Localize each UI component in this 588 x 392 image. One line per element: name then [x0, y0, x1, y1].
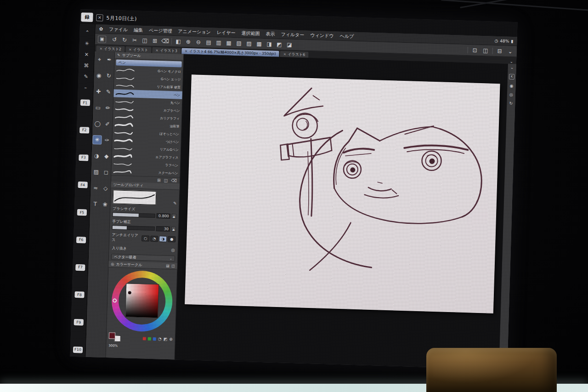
antialias-none-button[interactable]: ○	[141, 235, 149, 241]
rotate-tool[interactable]: ↻	[105, 72, 113, 80]
antialias-strong-button[interactable]: ●	[168, 236, 175, 242]
text-tool[interactable]: T	[91, 200, 100, 209]
quick-access-box[interactable]: K	[509, 74, 514, 80]
menu-layer[interactable]: レイヤー	[217, 29, 236, 36]
menu-help[interactable]: ヘルプ	[339, 33, 354, 40]
collapse-toolbar-button[interactable]: ⌄	[506, 48, 514, 54]
close-tab-icon[interactable]: ×	[155, 48, 158, 52]
blend-tool[interactable]: ◑	[92, 152, 101, 160]
stabilization-slider[interactable]	[112, 225, 155, 231]
search-icon[interactable]: ◎	[509, 92, 513, 97]
function-key[interactable]: F5	[77, 209, 87, 216]
new-layer-button[interactable]: ◨	[266, 40, 273, 47]
menu-page[interactable]: ページ管理	[149, 27, 172, 34]
close-tab-icon[interactable]: ×	[129, 47, 132, 51]
in-out-icon[interactable]: ◎	[171, 248, 175, 252]
export-button[interactable]: ▤	[205, 39, 212, 45]
material-button[interactable]: ▩	[255, 40, 263, 47]
refresh-icon[interactable]: ↻	[509, 101, 513, 106]
mix-icon[interactable]: ◔	[158, 336, 162, 341]
fill-button[interactable]: ◧	[175, 38, 182, 45]
swap-icon[interactable]: ◩	[164, 337, 168, 341]
copy-button[interactable]: ◫	[141, 37, 148, 43]
workspace-button[interactable]: ⊟	[496, 47, 503, 54]
vector-snap-button[interactable]: ベクター吸着 ⌄	[111, 254, 175, 261]
brush-size-slider[interactable]	[113, 212, 155, 218]
close-icon[interactable]: ✕	[96, 14, 103, 21]
green-chip[interactable]	[148, 337, 151, 340]
move-tool[interactable]: ✚	[94, 87, 103, 96]
navigator-icon[interactable]: ◉	[509, 84, 513, 88]
chevron-up-icon[interactable]: ⌃	[85, 27, 90, 38]
function-key[interactable]: F4	[78, 182, 87, 188]
stabilization-value[interactable]: 30	[156, 226, 170, 232]
function-key[interactable]: F8	[74, 291, 84, 298]
menu-file[interactable]: ファイル	[109, 26, 128, 33]
antialias-weak-button[interactable]: ◔	[150, 235, 158, 241]
hsv-view-icon[interactable]: ▤	[166, 264, 170, 268]
delete-subtool-button[interactable]: ⌫	[171, 178, 177, 183]
command-icon[interactable]: ⌘	[84, 60, 89, 71]
airbrush-tool[interactable]: ✐	[103, 120, 112, 129]
close-tab-icon[interactable]: ×	[283, 52, 287, 56]
lasso-tool[interactable]: ◯	[93, 119, 102, 128]
paste-button[interactable]: ⊞	[151, 37, 158, 44]
timeline-button[interactable]: ◪	[286, 41, 293, 48]
zoom-in-button[interactable]: ⊕	[185, 38, 192, 45]
function-key[interactable]: F2	[79, 127, 89, 134]
function-key[interactable]: F1	[80, 99, 90, 106]
color-wheel[interactable]	[111, 270, 173, 332]
function-key[interactable]: F6	[76, 237, 86, 244]
snap-grid-button[interactable]: ▨	[245, 40, 253, 46]
pen-icon[interactable]: ✎	[84, 71, 88, 82]
cut-button[interactable]: ✂	[131, 37, 138, 43]
menu-view[interactable]: 表示	[266, 30, 275, 37]
function-key[interactable]: F9	[74, 319, 84, 326]
undo-button[interactable]: ↺	[111, 36, 118, 42]
chevron-down-icon[interactable]: ⌄	[510, 65, 514, 70]
drawing-page[interactable]	[185, 74, 500, 313]
stabilization-stepper[interactable]: ▲	[171, 227, 176, 232]
redo-button[interactable]: ↻	[121, 36, 128, 43]
close-tab-icon[interactable]: ×	[185, 49, 188, 53]
brush-size-value[interactable]: 0.800	[157, 213, 170, 219]
layer-mask-button[interactable]: ◩	[276, 41, 283, 47]
gradient-tool[interactable]: ▨	[92, 168, 101, 176]
function-key[interactable]: F10	[73, 347, 83, 353]
close-tab-icon[interactable]: ×	[99, 46, 102, 51]
antialias-medium-button[interactable]: ◑	[159, 236, 167, 242]
new-file-button[interactable]: ▣	[98, 35, 106, 43]
fill-tool[interactable]: ◆	[102, 152, 111, 161]
menu-window[interactable]: ウィンドウ	[310, 32, 334, 39]
brush-tool[interactable]: ✎	[104, 88, 113, 97]
marker-tool[interactable]: ✑	[103, 136, 112, 145]
fg-bg-swatches[interactable]	[108, 332, 121, 344]
saturation-value-box[interactable]	[125, 283, 159, 318]
figure-tool[interactable]: ◇	[101, 184, 110, 193]
select-area-button[interactable]: ⊡	[471, 47, 479, 53]
delete-button[interactable]: ⌫	[161, 38, 169, 44]
touch-icon[interactable]: ✳	[85, 38, 89, 49]
sv-marker[interactable]	[127, 290, 131, 295]
transform-button[interactable]: ◫	[482, 47, 489, 53]
function-key[interactable]: F7	[75, 264, 85, 271]
print-button[interactable]: ▥	[215, 39, 222, 45]
loupe-tool[interactable]: ◉	[95, 71, 103, 80]
grid-button[interactable]: ▦	[225, 40, 232, 46]
chevron-down-icon[interactable]: ⌄	[170, 256, 172, 260]
menu-filter[interactable]: フィルター	[281, 31, 304, 38]
function-key[interactable]: F3	[79, 154, 88, 161]
minus-icon[interactable]: –	[84, 82, 87, 93]
duplicate-subtool-button[interactable]: ◫	[164, 178, 168, 182]
foreground-color-swatch[interactable]	[109, 332, 115, 339]
close-icon[interactable]: ✕	[85, 49, 89, 60]
settings-icon[interactable]: ⊛	[169, 337, 173, 341]
zoom-out-button[interactable]: ⊖	[195, 39, 202, 45]
canvas-area[interactable]	[175, 54, 508, 369]
pencil-tool[interactable]: ✏	[104, 104, 113, 113]
selection-tool[interactable]: ▭	[94, 103, 102, 112]
eraser-tool[interactable]: ◻	[102, 168, 110, 177]
hue-marker[interactable]	[113, 298, 117, 302]
pen-tool[interactable]: ✳	[93, 136, 102, 144]
zoom-tool[interactable]: ⌖	[95, 55, 104, 64]
